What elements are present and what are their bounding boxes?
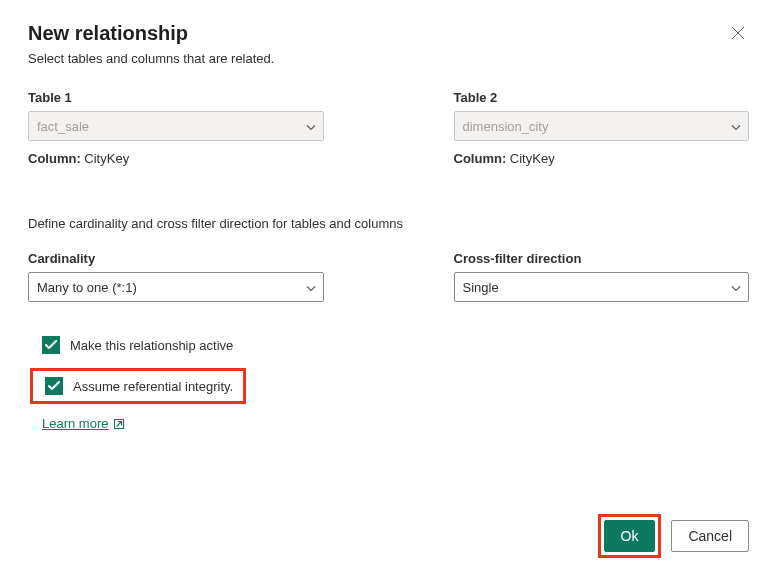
table1-label: Table 1 [28,90,324,105]
crossfilter-select[interactable]: Single [454,272,750,302]
check-icon [45,340,57,350]
cancel-button[interactable]: Cancel [671,520,749,552]
table1-select[interactable]: fact_sale [28,111,324,141]
crossfilter-select-value: Single [454,272,750,302]
external-link-icon [113,418,125,430]
table1-column-value: CityKey [84,151,129,166]
table1-select-value: fact_sale [28,111,324,141]
integrity-highlight: Assume referential integrity. [30,368,246,404]
table2-column-label: Column: [454,151,507,166]
table1-column: Column: CityKey [28,151,324,166]
learn-more-link[interactable]: Learn more [42,416,125,431]
button-row: Ok Cancel [598,514,749,558]
dialog-title: New relationship [28,22,188,45]
table2-select-value: dimension_city [454,111,750,141]
ok-highlight: Ok [598,514,662,558]
close-icon [731,26,745,40]
crossfilter-label: Cross-filter direction [454,251,750,266]
close-button[interactable] [727,22,749,46]
learn-more-label: Learn more [42,416,108,431]
table2-column: Column: CityKey [454,151,750,166]
svg-line-3 [117,421,122,426]
cardinality-select-value: Many to one (*:1) [28,272,324,302]
active-checkbox[interactable] [42,336,60,354]
ok-button[interactable]: Ok [604,520,656,552]
table1-column-label: Column: [28,151,81,166]
table2-select[interactable]: dimension_city [454,111,750,141]
cardinality-select[interactable]: Many to one (*:1) [28,272,324,302]
table2-label: Table 2 [454,90,750,105]
active-checkbox-row: Make this relationship active [42,336,749,354]
check-icon [48,381,60,391]
integrity-checkbox[interactable] [45,377,63,395]
dialog-subtitle: Select tables and columns that are relat… [28,51,749,66]
integrity-checkbox-label: Assume referential integrity. [73,379,233,394]
active-checkbox-label: Make this relationship active [70,338,233,353]
cardinality-label: Cardinality [28,251,324,266]
define-text: Define cardinality and cross filter dire… [28,216,749,231]
table2-column-value: CityKey [510,151,555,166]
